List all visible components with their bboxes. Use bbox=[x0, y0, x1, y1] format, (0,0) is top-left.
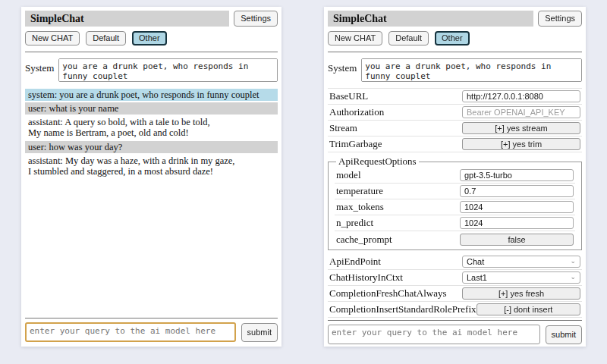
completion-insert-standard-role-prefix-label: CompletionInsertStandardRolePrefix bbox=[329, 303, 476, 315]
session-bar: New CHAT Default Other bbox=[25, 31, 278, 46]
system-prompt-input[interactable]: you are a drunk poet, who responds in fu… bbox=[361, 58, 582, 82]
stream-row: Stream [+] yes stream bbox=[328, 121, 582, 136]
authorization-input[interactable] bbox=[462, 106, 580, 118]
completion-fresh-chat-always-toggle-button[interactable]: [+] yes fresh bbox=[462, 287, 580, 300]
temperature-input[interactable] bbox=[460, 185, 574, 197]
page: SimpleChat Settings New CHAT Default Oth… bbox=[0, 0, 607, 364]
completion-fresh-chat-always-label: CompletionFreshChatAlways bbox=[329, 287, 447, 300]
chat-history-in-ctxt-select[interactable]: Last1 ⌄ bbox=[462, 271, 580, 284]
api-request-options-fieldset: ApiRequestOptions model temperature max_… bbox=[328, 155, 582, 250]
api-request-options-legend: ApiRequestOptions bbox=[336, 155, 419, 168]
api-endpoint-row: ApiEndPoint Chat ⌄ bbox=[328, 254, 582, 270]
stream-toggle-button[interactable]: [+] yes stream bbox=[462, 122, 580, 134]
completion-insert-standard-role-prefix-toggle-button[interactable]: [-] dont insert bbox=[476, 303, 580, 315]
system-prompt-input[interactable]: you are a drunk poet, who responds in fu… bbox=[58, 58, 278, 82]
trimgarbage-toggle-button[interactable]: [+] yes trim bbox=[462, 138, 580, 150]
session-bar: New CHAT Default Other bbox=[328, 31, 582, 46]
max-tokens-row: max_tokens bbox=[335, 199, 575, 215]
system-label: System bbox=[328, 58, 357, 74]
query-row: submit bbox=[328, 323, 582, 344]
model-row: model bbox=[335, 168, 575, 184]
new-chat-button[interactable]: New CHAT bbox=[328, 31, 382, 46]
baseurl-row: BaseURL bbox=[328, 89, 582, 105]
baseurl-input[interactable] bbox=[462, 90, 580, 102]
cache-prompt-row: cache_prompt false bbox=[335, 231, 575, 247]
session-default-button[interactable]: Default bbox=[86, 31, 126, 46]
n-predict-input[interactable] bbox=[460, 217, 574, 229]
session-other-button[interactable]: Other bbox=[132, 31, 167, 46]
chevron-down-icon: ⌄ bbox=[570, 258, 576, 265]
cache-prompt-toggle-button[interactable]: false bbox=[460, 234, 574, 246]
api-endpoint-selected-value: Chat bbox=[467, 257, 484, 266]
divider bbox=[25, 318, 278, 318]
completion-fresh-chat-always-row: CompletionFreshChatAlways [+] yes fresh bbox=[328, 286, 582, 302]
divider bbox=[328, 320, 582, 321]
model-input[interactable] bbox=[460, 169, 574, 181]
new-chat-button[interactable]: New CHAT bbox=[25, 31, 80, 46]
api-endpoint-select[interactable]: Chat ⌄ bbox=[462, 256, 580, 268]
chat-message-assistant: assistant: My day was a haze, with a dri… bbox=[25, 155, 278, 177]
system-label: System bbox=[25, 58, 54, 74]
query-row: submit bbox=[25, 321, 278, 342]
cache-prompt-label: cache_prompt bbox=[336, 234, 392, 246]
chat-history-in-ctxt-label: ChatHistoryInCtxt bbox=[329, 271, 403, 284]
n-predict-label: n_predict bbox=[336, 217, 373, 229]
divider bbox=[328, 52, 582, 52]
chat-message-assistant: assistant: A query so bold, with a tale … bbox=[25, 116, 278, 139]
chat-history-in-ctxt-row: ChatHistoryInCtxt Last1 ⌄ bbox=[328, 270, 582, 286]
session-other-button[interactable]: Other bbox=[435, 31, 470, 46]
chat-message-user: user: how was your day? bbox=[25, 141, 278, 153]
trimgarbage-row: TrimGarbage [+] yes trim bbox=[328, 136, 582, 152]
trimgarbage-label: TrimGarbage bbox=[329, 138, 382, 150]
app-header: SimpleChat Settings bbox=[25, 11, 278, 27]
divider bbox=[25, 52, 278, 52]
n-predict-row: n_predict bbox=[335, 215, 575, 231]
authorization-row: Authorization bbox=[328, 105, 582, 121]
settings-list: BaseURL Authorization Stream [+] yes str… bbox=[328, 88, 582, 318]
temperature-row: temperature bbox=[335, 184, 575, 199]
query-input[interactable] bbox=[328, 325, 540, 344]
app-header: SimpleChat Settings bbox=[328, 11, 582, 27]
chat-message-system: system: you are a drunk poet, who respon… bbox=[25, 89, 278, 101]
chat-message-user: user: what is your name bbox=[25, 102, 278, 115]
app-title: SimpleChat bbox=[25, 11, 229, 27]
chevron-down-icon: ⌄ bbox=[570, 274, 576, 281]
settings-button[interactable]: Settings bbox=[538, 11, 582, 27]
model-label: model bbox=[336, 169, 361, 181]
stream-label: Stream bbox=[329, 122, 357, 134]
submit-button[interactable]: submit bbox=[241, 323, 278, 342]
query-input[interactable] bbox=[25, 322, 236, 342]
max-tokens-input[interactable] bbox=[460, 201, 574, 213]
baseurl-label: BaseURL bbox=[329, 90, 368, 102]
max-tokens-label: max_tokens bbox=[336, 201, 384, 213]
api-endpoint-label: ApiEndPoint bbox=[329, 256, 381, 268]
submit-button[interactable]: submit bbox=[546, 325, 582, 344]
authorization-label: Authorization bbox=[329, 106, 384, 118]
settings-button[interactable]: Settings bbox=[234, 11, 278, 27]
session-default-button[interactable]: Default bbox=[388, 31, 429, 46]
system-prompt-row: System you are a drunk poet, who respond… bbox=[25, 58, 278, 82]
chat-history-selected-value: Last1 bbox=[467, 273, 487, 282]
completion-insert-standard-role-prefix-row: CompletionInsertStandardRolePrefix [-] d… bbox=[328, 302, 582, 318]
chat-messages: system: you are a drunk poet, who respon… bbox=[25, 89, 278, 315]
app-title: SimpleChat bbox=[328, 11, 533, 27]
settings-panel: SimpleChat Settings New CHAT Default Oth… bbox=[324, 7, 586, 347]
chat-panel: SimpleChat Settings New CHAT Default Oth… bbox=[21, 7, 281, 347]
system-prompt-row: System you are a drunk poet, who respond… bbox=[328, 58, 582, 82]
temperature-label: temperature bbox=[336, 185, 383, 197]
